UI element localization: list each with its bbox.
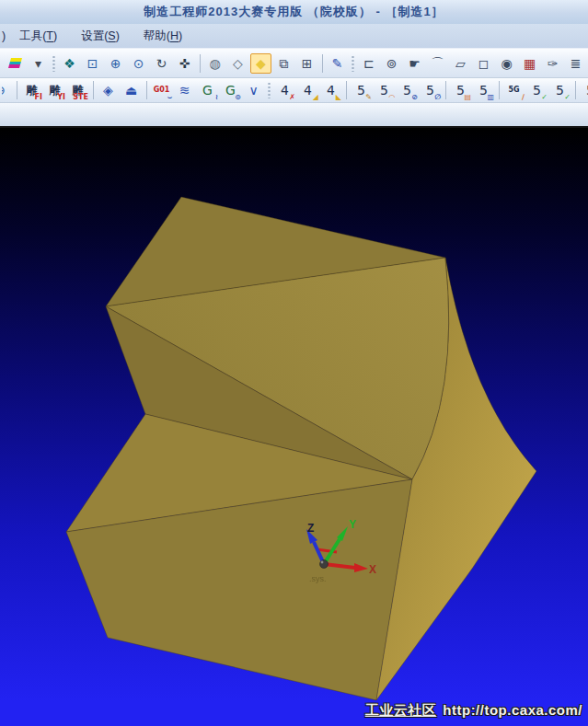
3d-model [66,197,536,700]
tile-windows-icon[interactable]: ⊞ [296,53,317,74]
shaded-cube-icon[interactable]: ◆ [250,53,271,74]
axis4-cross-icon[interactable]: 4✗ [274,80,295,100]
window-title: 制造工程师2013大赛专用版 （院校版） - ［制造1］ [144,5,444,18]
pipe-bend-icon[interactable]: ⌒ [427,53,448,74]
viewport-3d[interactable]: Z Y X .sys. 工业云社区http://top.caxa.com/ [0,128,588,726]
axis-x-label: X [369,563,376,576]
separator [143,80,150,100]
axis5-wheel-icon[interactable]: 5⊘ [397,80,418,100]
pan-view-icon[interactable]: ✜ [174,53,195,74]
axis5-arc-icon[interactable]: 5◠ [374,80,395,100]
g01-bell-icon[interactable]: G01⌣ [151,80,172,100]
pen-tool-icon[interactable]: ✎ [327,53,348,74]
wireframe-cube-icon[interactable]: ◇ [227,53,248,74]
menu-t[interactable]: 工具(T) [17,24,60,49]
model-canvas[interactable]: Z Y X .sys. [0,128,588,726]
cascade-windows-icon[interactable]: ⧉ [273,53,294,74]
origin-coordsys-label: .sys. [309,574,327,583]
edit-feature-icon[interactable]: ✑ [542,53,563,74]
sphere-mesh-icon[interactable]: ◉ [496,53,517,74]
layer-stack-icon[interactable] [5,53,26,74]
engrave-yi-icon[interactable]: 雕YI [44,80,65,100]
separator [342,80,350,100]
separator [442,80,449,100]
engrave-fi-icon[interactable]: 雕FI [21,80,42,100]
window-titlebar: 制造工程师2013大赛专用版 （院校版） - ［制造1］ [0,0,588,24]
menu-bar: )工具(T)设置(S)帮助(H) [0,24,588,49]
watermark-site: 工业云社区 [365,702,437,718]
gem-plate-icon[interactable]: ◈ [98,80,119,100]
separator [571,80,579,100]
separator [13,80,20,100]
menu-s[interactable]: 设置(S) [78,24,122,49]
axis4-pad-icon[interactable]: 4◢ [297,80,318,100]
fixture-icon[interactable]: ⏏ [121,80,142,100]
sketch-plane-icon[interactable]: ▱ [450,53,471,74]
toolbar-grip [349,53,357,74]
zoom-window-icon[interactable]: ⊡ [82,53,103,74]
axis5-g-icon[interactable]: 5G∕ [503,80,525,100]
separator [318,53,326,74]
axis5-layers2-icon[interactable]: 5▥ [473,80,494,100]
toolbar-empty-strip [0,103,588,128]
axis5-circle-icon[interactable]: 5∅ [420,80,441,100]
axis-origin-ball [320,560,329,569]
toolbar-grip [50,53,58,74]
mold-block-icon[interactable]: ▦ [519,53,540,74]
g-spiral-icon[interactable]: G≀ [197,80,218,100]
watermark: 工业云社区http://top.caxa.com/ [365,702,582,720]
v-curve-icon[interactable]: ∨ [243,80,264,100]
engrave-ste-icon[interactable]: 雕STE [67,80,88,100]
separator [196,53,203,74]
stack-layers-icon[interactable]: ≣ [565,53,586,74]
watermark-url: http://top.caxa.com/ [443,702,582,718]
multi-curve-icon[interactable]: ≋ [174,80,195,100]
axis5-drill-icon[interactable]: 5◉ [580,80,588,100]
zoom-in-icon[interactable]: ⊕ [105,53,126,74]
axis-z-label: Z [307,522,314,535]
g-circle-icon[interactable]: G⊙ [220,80,241,100]
axis4-pad2-icon[interactable]: 4◣ [320,80,341,100]
axis5-check-icon[interactable]: 5✓ [526,80,548,100]
layer-dropdown-caret[interactable]: ▾ [28,53,49,74]
axis-y-label: Y [349,518,356,531]
rotate-view-icon[interactable]: ↻ [151,53,172,74]
pick-hand-icon[interactable]: ☛ [404,53,425,74]
zoom-tool-icon-clipped[interactable]: ⊕ [1,80,12,100]
clipped-menu-fragment: ) [2,24,6,49]
axis5-pencil-icon[interactable]: 5✎ [351,80,372,100]
feature-corner-icon[interactable]: ⊏ [358,53,379,74]
toolbar-view: ▾❖⊡⊕⊙↻✜◍◇◆⧉⊞✎⊏⊚☛⌒▱◻◉▦✑≣⌂◧◨ [0,49,588,78]
axis-origin-highlight [321,561,324,564]
measure-gauge-icon[interactable]: ⊚ [381,53,402,74]
toolbar-grip [265,80,273,100]
render-fill-icon[interactable]: ❖ [59,53,80,74]
wireframe-sphere-icon[interactable]: ◍ [204,53,225,74]
menu-h[interactable]: 帮助(H) [141,24,185,49]
toolbar-machining: ⊕雕FI雕YI雕STE◈⏏G01⌣≋G≀G⊙∨4✗4◢4◣5✎5◠5⊘5∅5▤5… [0,78,588,103]
axis5-layers-icon[interactable]: 5▤ [450,80,471,100]
axis5-check2-icon[interactable]: 5✓ [549,80,571,100]
separator [495,80,502,100]
separator [89,80,97,100]
zoom-dynamic-icon[interactable]: ⊙ [128,53,149,74]
solid-cube-icon[interactable]: ◻ [473,53,494,74]
